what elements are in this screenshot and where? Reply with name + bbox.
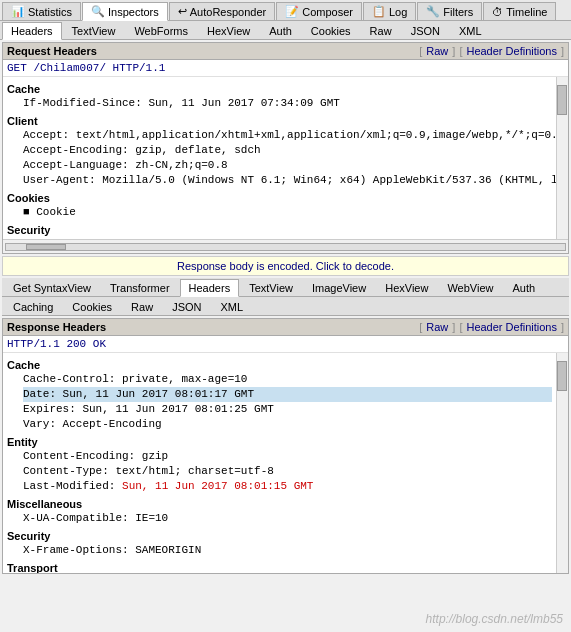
request-h-scroll-thumb[interactable] xyxy=(26,244,66,250)
response-headers-title: Response Headers xyxy=(7,321,106,333)
request-h-scroll-track[interactable] xyxy=(5,243,566,251)
sub-tab-json[interactable]: JSON xyxy=(402,22,449,39)
resp-tab-cookies[interactable]: Cookies xyxy=(63,298,121,315)
sub-tab-textview[interactable]: TextView xyxy=(63,22,125,39)
response-raw-link[interactable]: Raw xyxy=(426,321,448,333)
request-item-accept-encoding: Accept-Encoding: gzip, deflate, sdch xyxy=(23,143,552,158)
request-item-cookie[interactable]: ■ Cookie xyxy=(23,205,552,220)
response-tabs-row1: Get SyntaxView Transformer Headers TextV… xyxy=(2,278,569,297)
tab-statistics[interactable]: 📊 Statistics xyxy=(2,2,81,20)
sub-tab-headers[interactable]: Headers xyxy=(2,22,62,40)
request-url-line: GET /Chilam007/ HTTP/1.1 xyxy=(3,60,568,77)
request-item-if-modified: If-Modified-Since: Sun, 11 Jun 2017 07:3… xyxy=(23,96,552,111)
resp-last-modified-value: Sun, 11 Jun 2017 08:01:15 GMT xyxy=(122,480,313,492)
response-scrollbar[interactable] xyxy=(556,353,568,573)
resp-tab-imageview[interactable]: ImageView xyxy=(303,279,375,296)
timeline-icon: ⏱ xyxy=(492,6,503,18)
response-header-defs-link[interactable]: Header Definitions xyxy=(466,321,557,333)
decode-banner[interactable]: Response body is encoded. Click to decod… xyxy=(2,256,569,276)
request-item-accept-language: Accept-Language: zh-CN,zh;q=0.8 xyxy=(23,158,552,173)
resp-content-encoding: Content-Encoding: gzip xyxy=(23,449,552,464)
tab-inspectors[interactable]: 🔍 Inspectors xyxy=(82,2,168,21)
response-scroll-wrapper: Cache Cache-Control: private, max-age=10… xyxy=(3,353,568,573)
request-sub-tabs: Headers TextView WebForms HexView Auth C… xyxy=(0,21,571,40)
response-headers-header: Response Headers [Raw] [Header Definitio… xyxy=(3,319,568,336)
resp-date: Date: Sun, 11 Jun 2017 08:01:17 GMT xyxy=(23,387,552,402)
resp-cache-title: Cache xyxy=(7,359,552,371)
request-scrollbar[interactable] xyxy=(556,77,568,239)
response-scrollbar-thumb[interactable] xyxy=(557,361,567,391)
tab-autoresponder[interactable]: ↩ AutoResponder xyxy=(169,2,275,20)
statistics-icon: 📊 xyxy=(11,5,25,18)
watermark: http://blog.csdn.net/lmb55 xyxy=(426,612,563,626)
resp-tab-xml[interactable]: XML xyxy=(211,298,252,315)
resp-x-frame: X-Frame-Options: SAMEORIGIN xyxy=(23,543,552,558)
top-nav: 📊 Statistics 🔍 Inspectors ↩ AutoResponde… xyxy=(0,0,571,21)
composer-icon: 📝 xyxy=(285,5,299,18)
sub-tab-cookies[interactable]: Cookies xyxy=(302,22,360,39)
request-headers-title: Request Headers xyxy=(7,45,97,57)
resp-tab-webview[interactable]: WebView xyxy=(438,279,502,296)
tab-log[interactable]: 📋 Log xyxy=(363,2,416,20)
resp-security-title: Security xyxy=(7,530,552,542)
sub-tab-webforms[interactable]: WebForms xyxy=(125,22,197,39)
sub-tab-xml[interactable]: XML xyxy=(450,22,491,39)
resp-tab-syntaxview[interactable]: Get SyntaxView xyxy=(4,279,100,296)
sub-tab-raw[interactable]: Raw xyxy=(361,22,401,39)
sub-tab-hexview[interactable]: HexView xyxy=(198,22,259,39)
resp-tab-json[interactable]: JSON xyxy=(163,298,210,315)
resp-tab-textview[interactable]: TextView xyxy=(240,279,302,296)
resp-tab-caching[interactable]: Caching xyxy=(4,298,62,315)
request-h-scrollbar[interactable] xyxy=(3,239,568,253)
main-wrapper: 📊 Statistics 🔍 Inspectors ↩ AutoResponde… xyxy=(0,0,571,630)
response-tabs-row2: Caching Cookies Raw JSON XML xyxy=(2,297,569,316)
response-status-line: HTTP/1.1 200 OK xyxy=(3,336,568,353)
request-item-accept: Accept: text/html,application/xhtml+xml,… xyxy=(23,128,552,143)
resp-tab-headers[interactable]: Headers xyxy=(180,279,240,297)
tab-filters[interactable]: 🔧 Filters xyxy=(417,2,482,20)
request-header-defs-link[interactable]: Header Definitions xyxy=(466,45,557,57)
request-scrollbar-thumb[interactable] xyxy=(557,85,567,115)
tab-timeline[interactable]: ⏱ Timeline xyxy=(483,2,556,20)
tab-composer[interactable]: 📝 Composer xyxy=(276,2,362,20)
request-header-links: [Raw] [Header Definitions] xyxy=(419,45,564,57)
response-headers-panel: Response Headers [Raw] [Header Definitio… xyxy=(2,318,569,574)
cookies-section-title: Cookies xyxy=(7,192,552,204)
request-headers-panel: Request Headers [Raw] [Header Definition… xyxy=(2,42,569,254)
resp-cache-control: Cache-Control: private, max-age=10 xyxy=(23,372,552,387)
security-section-title: Security xyxy=(7,224,552,236)
resp-transport-title: Transport xyxy=(7,562,552,573)
request-content[interactable]: Cache If-Modified-Since: Sun, 11 Jun 201… xyxy=(3,77,568,239)
resp-entity-title: Entity xyxy=(7,436,552,448)
resp-ua-compat: X-UA-Compatible: IE=10 xyxy=(23,511,552,526)
resp-tab-transformer[interactable]: Transformer xyxy=(101,279,179,296)
cache-section-title: Cache xyxy=(7,83,552,95)
request-raw-link[interactable]: Raw xyxy=(426,45,448,57)
client-section-title: Client xyxy=(7,115,552,127)
request-scroll-wrapper: Cache If-Modified-Since: Sun, 11 Jun 201… xyxy=(3,77,568,239)
request-headers-header: Request Headers [Raw] [Header Definition… xyxy=(3,43,568,60)
log-icon: 📋 xyxy=(372,5,386,18)
resp-tab-hexview[interactable]: HexView xyxy=(376,279,437,296)
request-item-user-agent: User-Agent: Mozilla/5.0 (Windows NT 6.1;… xyxy=(23,173,552,188)
resp-content-type: Content-Type: text/html; charset=utf-8 xyxy=(23,464,552,479)
inspectors-icon: 🔍 xyxy=(91,5,105,18)
autoresponder-icon: ↩ xyxy=(178,5,187,18)
resp-tab-raw[interactable]: Raw xyxy=(122,298,162,315)
resp-tab-auth[interactable]: Auth xyxy=(503,279,544,296)
resp-last-modified: Last-Modified: Sun, 11 Jun 2017 08:01:15… xyxy=(23,479,552,494)
resp-misc-title: Miscellaneous xyxy=(7,498,552,510)
resp-vary: Vary: Accept-Encoding xyxy=(23,417,552,432)
sub-tab-auth[interactable]: Auth xyxy=(260,22,301,39)
response-content[interactable]: Cache Cache-Control: private, max-age=10… xyxy=(3,353,568,573)
response-header-links: [Raw] [Header Definitions] xyxy=(419,321,564,333)
filters-icon: 🔧 xyxy=(426,5,440,18)
resp-expires: Expires: Sun, 11 Jun 2017 08:01:25 GMT xyxy=(23,402,552,417)
